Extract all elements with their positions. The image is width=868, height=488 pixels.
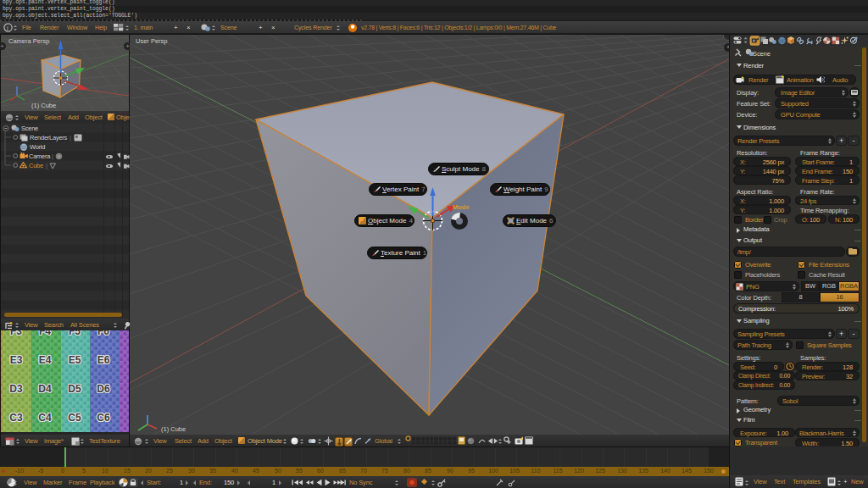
svg-text:i: i [7, 25, 8, 32]
svg-text:Mode: Mode [453, 203, 470, 211]
